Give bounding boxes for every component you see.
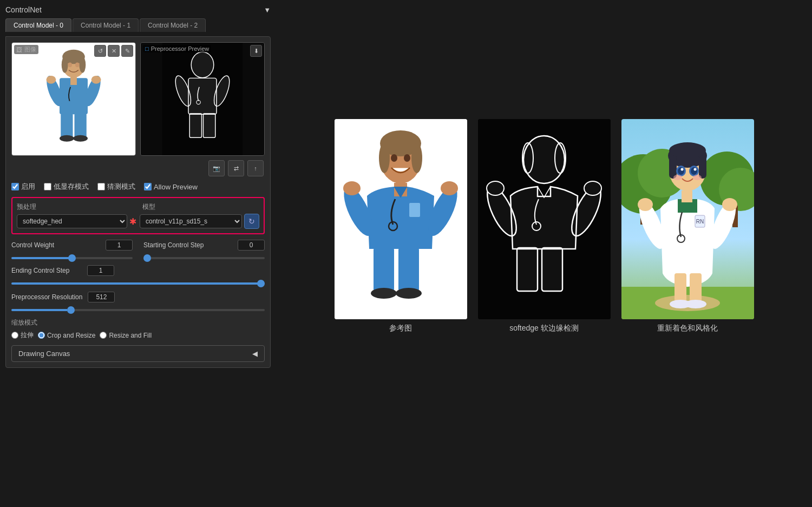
scale-fill-radio[interactable]: [100, 332, 107, 339]
ending-step-value[interactable]: [87, 265, 114, 276]
tab-control-model-2[interactable]: Control Model - 2: [140, 18, 206, 32]
edit-source-btn[interactable]: ✎: [121, 45, 133, 57]
starting-step-group: Starting Control Step: [143, 240, 265, 261]
result-source-label: 参考图: [389, 324, 412, 333]
preview-indicator: □: [145, 45, 149, 52]
tab-control-model-1[interactable]: Control Model - 1: [73, 18, 139, 32]
svg-point-96: [722, 198, 737, 211]
scale-stretch-radio[interactable]: [11, 332, 18, 339]
model-select-wrap: control_v11p_sd15_s control_v11p_sd15_so…: [140, 214, 259, 229]
svg-point-101: [685, 300, 706, 308]
svg-point-42: [441, 181, 458, 195]
svg-point-35: [411, 143, 422, 173]
collapse-icon[interactable]: ▼: [264, 6, 271, 14]
control-weight-slider[interactable]: [11, 257, 133, 259]
enable-label: 启用: [21, 182, 35, 192]
svg-point-83: [669, 142, 706, 159]
low-vram-checkbox[interactable]: [44, 183, 51, 190]
drawing-canvas-section: Drawing Canvas ◀: [11, 345, 265, 362]
svg-point-34: [379, 143, 390, 173]
preprocess-section-label: 预处理: [17, 202, 134, 212]
svg-point-4: [79, 57, 86, 73]
allow-preview-checkbox-item[interactable]: Allow Preview: [144, 183, 198, 191]
svg-rect-45: [398, 248, 419, 291]
scale-mode-label: 缩放模式: [11, 318, 265, 327]
control-weight-header: Control Weight: [11, 240, 133, 251]
svg-rect-8: [70, 77, 77, 85]
control-weight-label: Control Weight: [11, 241, 82, 249]
ending-step-label: Ending Control Step: [11, 267, 82, 274]
drawing-canvas-arrow: ◀: [252, 350, 258, 358]
source-nurse-image: [12, 43, 135, 155]
preprocess-res-row: Preprocessor Resolution: [11, 292, 265, 302]
control-weight-value[interactable]: [106, 240, 133, 251]
result-edge-label: softedge 软边缘检测: [509, 324, 579, 333]
svg-rect-13: [61, 114, 73, 138]
svg-point-15: [60, 135, 74, 142]
source-image-label: 🖼 图像: [14, 45, 38, 54]
svg-rect-56: [542, 248, 562, 291]
guess-mode-checkbox-item[interactable]: 猜测模式: [97, 182, 135, 192]
scale-crop-radio[interactable]: [38, 332, 45, 339]
model-select[interactable]: control_v11p_sd15_s control_v11p_sd15_so…: [140, 214, 242, 228]
allow-preview-checkbox[interactable]: [144, 183, 152, 190]
refresh-source-btn[interactable]: ↺: [94, 45, 106, 57]
swap-btn[interactable]: ⇄: [228, 160, 244, 176]
svg-point-87: [691, 167, 697, 175]
scale-mode-options: 拉伸 Crop and Resize Resize and Fill: [11, 331, 265, 340]
source-image-box: 🖼 图像 ↺ ✕ ✎: [11, 42, 136, 156]
preview-dark-image: [141, 43, 264, 155]
scale-fill-label: Resize and Fill: [109, 332, 152, 339]
svg-point-89: [693, 168, 696, 171]
close-source-btn[interactable]: ✕: [108, 45, 120, 57]
tab-control-model-0[interactable]: Control Model - 0: [5, 18, 71, 32]
image-label-icon: 🖼: [16, 47, 22, 53]
svg-point-6: [75, 62, 79, 67]
preprocess-res-slider[interactable]: [11, 309, 265, 311]
preprocess-select-wrap: softedge_hed none canny depth_midas ✱: [17, 214, 136, 228]
svg-point-90: [673, 175, 682, 180]
tab-bar: Control Model - 0 Control Model - 1 Cont…: [5, 18, 271, 32]
enable-checkbox[interactable]: [11, 183, 19, 190]
action-row: 📷 ⇄ ↑: [11, 160, 265, 176]
guess-mode-checkbox[interactable]: [97, 183, 105, 190]
svg-rect-99: [690, 273, 702, 303]
camera-btn[interactable]: 📷: [208, 160, 225, 176]
panel-body: 🖼 图像 ↺ ✕ ✎: [5, 36, 271, 368]
drawing-canvas-btn[interactable]: Drawing Canvas ◀: [11, 345, 265, 362]
ending-step-slider[interactable]: [11, 282, 265, 285]
scale-stretch-option[interactable]: 拉伸: [11, 331, 34, 340]
download-preview-btn[interactable]: ⬇: [250, 45, 262, 57]
svg-rect-82: [699, 156, 706, 179]
svg-rect-48: [409, 203, 420, 217]
preprocess-res-label: Preprocessor Resolution: [11, 293, 82, 301]
svg-point-5: [68, 62, 72, 67]
upload-btn[interactable]: ↑: [247, 160, 264, 176]
svg-point-95: [638, 198, 653, 211]
svg-point-36: [391, 154, 397, 162]
ending-step-row: Ending Control Step: [11, 265, 265, 276]
scale-crop-option[interactable]: Crop and Resize: [38, 332, 95, 339]
low-vram-checkbox-item[interactable]: 低显存模式: [44, 182, 89, 192]
starting-step-value[interactable]: [238, 240, 265, 251]
checkboxes-row: 启用 低显存模式 猜测模式 Allow Preview: [11, 182, 265, 192]
svg-point-88: [680, 168, 683, 171]
enable-checkbox-item[interactable]: 启用: [11, 182, 35, 192]
refresh-model-btn[interactable]: ↻: [244, 214, 259, 229]
image-row: 🖼 图像 ↺ ✕ ✎: [11, 42, 265, 156]
svg-rect-44: [374, 248, 394, 291]
result-item-edge: softedge 软边缘检测: [478, 119, 611, 333]
preview-image-controls: ⬇: [250, 45, 262, 57]
result-item-source: 参考图: [335, 119, 467, 333]
scale-stretch-label: 拉伸: [21, 331, 34, 340]
svg-point-11: [46, 76, 56, 84]
svg-point-47: [396, 288, 422, 299]
preprocess-select[interactable]: softedge_hed none canny depth_midas: [17, 214, 127, 228]
scale-fill-option[interactable]: Resize and Fill: [100, 332, 152, 339]
left-panel: ControlNet ▼ Control Model - 0 Control M…: [0, 0, 276, 507]
preprocess-res-section: Preprocessor Resolution: [11, 292, 265, 313]
preprocess-res-value[interactable]: [88, 292, 115, 302]
model-section-label: 模型: [138, 202, 259, 212]
starting-step-slider[interactable]: [143, 257, 265, 259]
result-edge-image: [478, 119, 611, 319]
